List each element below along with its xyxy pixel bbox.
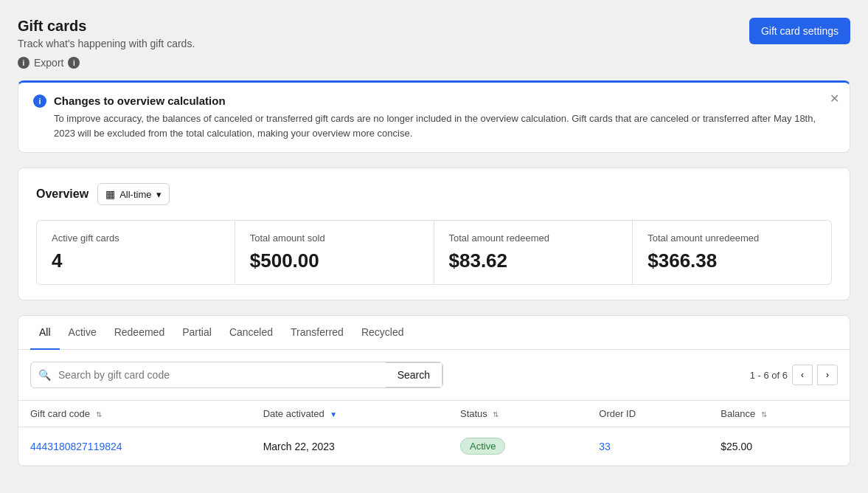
stat-active-gift-cards: Active gift cards 4 xyxy=(36,220,235,285)
search-input[interactable] xyxy=(58,363,386,387)
col-date-activated: Date activated ▼ xyxy=(251,401,448,427)
overview-card: Overview ▦ All-time ▾ Active gift cards … xyxy=(18,168,850,300)
time-filter-label: All-time xyxy=(119,189,151,200)
status-badge: Active xyxy=(460,438,505,455)
banner-close-button[interactable]: ✕ xyxy=(830,92,839,106)
gift-cards-table: Gift card code ⇅ Date activated ▼ Status… xyxy=(18,401,850,466)
stat-value-1: $500.00 xyxy=(250,249,419,272)
stat-value-3: $366.38 xyxy=(647,249,816,272)
table-header-row: Gift card code ⇅ Date activated ▼ Status… xyxy=(18,401,850,427)
gift-card-settings-button[interactable]: Gift card settings xyxy=(749,18,850,44)
pagination-info: 1 - 6 of 6 ‹ › xyxy=(750,365,838,385)
tab-all[interactable]: All xyxy=(30,316,60,350)
pagination-text: 1 - 6 of 6 xyxy=(750,370,788,381)
search-icon: 🔍 xyxy=(31,369,58,381)
export-info-icon: i xyxy=(18,57,29,69)
gift-card-code-cell: 4443180827119824 xyxy=(18,427,251,466)
table-row: 4443180827119824 March 22, 2023 Active 3… xyxy=(18,427,850,466)
calendar-icon: ▦ xyxy=(105,188,115,200)
sort-icon-date: ▼ xyxy=(330,410,337,418)
tabs-card: All Active Redeemed Partial Canceled Tra… xyxy=(18,315,850,466)
tabs-row: All Active Redeemed Partial Canceled Tra… xyxy=(18,316,850,350)
col-balance: Balance ⇅ xyxy=(709,401,850,427)
stats-grid: Active gift cards 4 Total amount sold $5… xyxy=(36,220,832,285)
banner-title: Changes to overview calculation xyxy=(54,94,835,107)
banner-info-icon: i xyxy=(33,94,46,108)
page-title: Gift cards xyxy=(18,18,195,35)
page-subtitle: Track what's happening with gift cards. xyxy=(18,38,195,49)
col-order-id: Order ID xyxy=(587,401,709,427)
status-cell: Active xyxy=(448,427,587,466)
info-banner: i Changes to overview calculation To imp… xyxy=(18,80,850,153)
date-activated-cell: March 22, 2023 xyxy=(251,427,448,466)
balance-cell: $25.00 xyxy=(709,427,850,466)
stat-value-2: $83.62 xyxy=(449,249,618,272)
tab-redeemed[interactable]: Redeemed xyxy=(105,316,174,350)
col-gift-card-code: Gift card code ⇅ xyxy=(18,401,251,427)
sort-icon-code: ⇅ xyxy=(96,410,102,418)
tab-recycled[interactable]: Recycled xyxy=(353,316,413,350)
chevron-down-icon: ▾ xyxy=(156,189,162,200)
order-id-cell: 33 xyxy=(587,427,709,466)
search-input-wrap: 🔍 Search xyxy=(30,362,443,388)
stat-label-3: Total amount unredeemed xyxy=(647,232,816,244)
col-status: Status ⇅ xyxy=(448,401,587,427)
sort-icon-balance: ⇅ xyxy=(761,410,767,418)
search-button[interactable]: Search xyxy=(386,362,442,387)
pagination-next-button[interactable]: › xyxy=(817,365,838,385)
pagination-prev-button[interactable]: ‹ xyxy=(792,365,813,385)
overview-title: Overview xyxy=(36,187,88,201)
stat-label-0: Active gift cards xyxy=(52,232,220,244)
time-filter-dropdown[interactable]: ▦ All-time ▾ xyxy=(97,183,169,205)
stat-total-unredeemed: Total amount unredeemed $366.38 xyxy=(633,220,832,285)
tab-active[interactable]: Active xyxy=(60,316,105,350)
stat-total-redeemed: Total amount redeemed $83.62 xyxy=(434,220,633,285)
sort-icon-status: ⇅ xyxy=(493,410,499,418)
stat-value-0: 4 xyxy=(52,249,220,272)
gift-card-code-link[interactable]: 4443180827119824 xyxy=(30,441,122,452)
banner-text: To improve accuracy, the balances of can… xyxy=(54,111,835,140)
stat-label-1: Total amount sold xyxy=(250,232,419,244)
stat-total-sold: Total amount sold $500.00 xyxy=(235,220,434,285)
order-id-link[interactable]: 33 xyxy=(599,441,611,452)
export-help-icon: i xyxy=(68,57,80,69)
page-header: Gift cards Track what's happening with g… xyxy=(18,18,850,69)
export-link[interactable]: Export xyxy=(34,57,63,69)
tab-partial[interactable]: Partial xyxy=(173,316,221,350)
stat-label-2: Total amount redeemed xyxy=(449,232,618,244)
search-row: 🔍 Search 1 - 6 of 6 ‹ › xyxy=(18,350,850,401)
tab-canceled[interactable]: Canceled xyxy=(221,316,282,350)
tab-transferred[interactable]: Transferred xyxy=(282,316,353,350)
